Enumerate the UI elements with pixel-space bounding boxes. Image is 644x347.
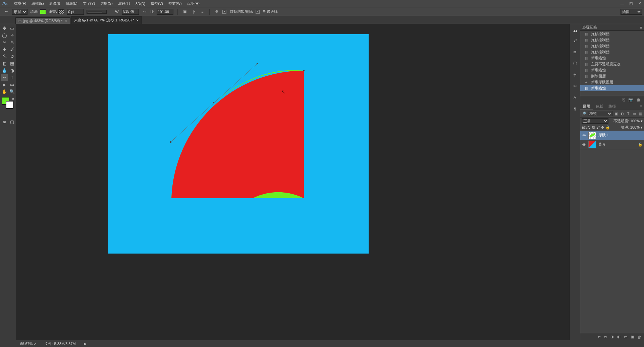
brush-preset-icon[interactable]: 🖌 xyxy=(572,37,578,44)
lasso-tool[interactable]: ◯ xyxy=(1,32,8,39)
tool-preset-icon[interactable]: ✂ xyxy=(572,83,578,89)
link-wh-icon[interactable]: ⇔ xyxy=(142,9,148,15)
filter-smart-icon[interactable]: ▦ xyxy=(638,111,643,116)
menu-type[interactable]: 文字(Y) xyxy=(80,1,98,6)
layer-filter-select[interactable]: 種類 xyxy=(588,111,612,116)
gradient-tool[interactable]: ▦ xyxy=(8,60,16,67)
paragraph-panel-icon[interactable]: ¶ xyxy=(572,106,578,112)
heal-tool[interactable]: ✚ xyxy=(1,46,8,53)
fill-swatch[interactable] xyxy=(40,9,46,14)
panel-menu-icon[interactable]: ≡ xyxy=(640,25,642,29)
background-color[interactable] xyxy=(6,101,13,109)
gear-icon[interactable]: ⚙ xyxy=(214,9,220,15)
crop-tool[interactable]: ✂ xyxy=(1,39,8,46)
new-layer-icon[interactable]: ▣ xyxy=(631,335,634,339)
shape-tool[interactable]: ▭ xyxy=(8,81,16,88)
fx-icon[interactable]: fx xyxy=(604,335,607,339)
document-canvas[interactable]: ↖ xyxy=(108,34,369,254)
stroke-width-input[interactable] xyxy=(67,9,84,15)
path-align-icon[interactable]: ╞ xyxy=(191,9,197,15)
menu-file[interactable]: 檔案(F) xyxy=(11,1,29,6)
history-panel-header[interactable]: 步驟記錄 ≡ xyxy=(580,24,644,31)
zoom-level[interactable]: 66.67% ⤢ xyxy=(20,342,37,346)
quick-mask-icon[interactable]: ◙ xyxy=(1,118,8,125)
lock-icon[interactable]: 🔒 xyxy=(638,142,643,147)
menu-3d[interactable]: 3D(D) xyxy=(133,2,148,6)
blend-mode-select[interactable]: 正常 xyxy=(582,118,608,124)
trash-icon[interactable]: 🗑 xyxy=(638,335,641,339)
history-item[interactable]: ▤拖移控制點 xyxy=(580,37,644,43)
history-item[interactable]: ✒新增形狀圖層 xyxy=(580,79,644,85)
link-layers-icon[interactable]: ⇔ xyxy=(598,335,601,339)
window-minimize-icon[interactable]: — xyxy=(618,0,627,7)
path-combine-icon[interactable]: ▣ xyxy=(182,9,188,15)
height-input[interactable] xyxy=(157,9,173,15)
layer-item[interactable]: 👁 形狀 1 xyxy=(580,131,644,140)
visibility-icon[interactable]: 👁 xyxy=(582,133,586,137)
eraser-tool[interactable]: ◧ xyxy=(1,60,8,67)
create-doc-icon[interactable]: ⎘ xyxy=(623,97,625,102)
window-maximize-icon[interactable]: ◱ xyxy=(627,0,635,7)
history-brush-tool[interactable]: ↺ xyxy=(8,53,16,60)
lock-move-icon[interactable]: ✥ xyxy=(601,125,604,130)
eyedropper-tool[interactable]: ✎ xyxy=(8,39,16,46)
stroke-style-select[interactable] xyxy=(87,10,107,14)
workspace-select[interactable]: 繪圖 xyxy=(621,9,642,15)
history-item[interactable]: ▤新增錨點 xyxy=(580,85,644,91)
lock-transparent-icon[interactable]: ▧ xyxy=(591,125,595,130)
brush-tool[interactable]: 🖌 xyxy=(8,46,16,53)
close-icon[interactable]: ✕ xyxy=(136,19,139,22)
history-item[interactable]: ▤拖移控制點 xyxy=(580,49,644,55)
lock-paint-icon[interactable]: 🖌 xyxy=(596,126,600,130)
document-tab[interactable]: 未命名-1 @ 66.7% (形狀 1, RGB/8) * ✕ xyxy=(71,16,142,24)
clone-source-icon[interactable]: ⧉ xyxy=(572,49,578,55)
pen-tool-icon[interactable]: ✒ xyxy=(3,9,9,15)
menu-layer[interactable]: 圖層(L) xyxy=(63,1,80,6)
status-menu-icon[interactable]: ▶ xyxy=(84,342,87,346)
layer-thumbnail[interactable] xyxy=(588,141,596,148)
width-input[interactable] xyxy=(122,9,139,15)
history-item[interactable]: ▤拖移控制點 xyxy=(580,31,644,37)
menu-select[interactable]: 選取(S) xyxy=(98,1,115,6)
menu-edit[interactable]: 編輯(E) xyxy=(29,1,47,6)
layer-item[interactable]: 👁 背景 🔒 xyxy=(580,140,644,149)
trash-icon[interactable]: 🗑 xyxy=(637,97,641,102)
stroke-swatch[interactable] xyxy=(58,9,64,14)
close-icon[interactable]: ✕ xyxy=(65,19,67,22)
panel-menu-icon[interactable]: ≡ xyxy=(637,103,644,110)
menu-view[interactable]: 檢視(V) xyxy=(148,1,166,6)
filter-type-icon[interactable]: T xyxy=(626,111,631,116)
dodge-tool[interactable]: ◑ xyxy=(8,67,16,74)
window-close-icon[interactable]: ✕ xyxy=(635,0,644,7)
history-item[interactable]: ▤新增錨點 xyxy=(580,55,644,61)
expand-panels-icon[interactable]: ◀◀ xyxy=(573,29,577,32)
visibility-icon[interactable]: 👁 xyxy=(582,143,586,147)
move-tool[interactable]: ✥ xyxy=(1,25,8,31)
tab-channels[interactable]: 色版 xyxy=(593,103,606,110)
history-item[interactable]: ▤刪除圖層 xyxy=(580,73,644,79)
document-tab[interactable]: ml.jpg @ 483% (RGB/8#) * ✕ xyxy=(15,17,70,24)
history-item[interactable]: ▤拖移控制點 xyxy=(580,43,644,49)
adjustment-icon[interactable]: ◐ xyxy=(617,335,621,339)
filter-shape-icon[interactable]: ▭ xyxy=(632,111,637,116)
auto-add-delete-checkbox[interactable] xyxy=(222,10,226,14)
doc-size[interactable]: 文件: 5.33M/3.37M xyxy=(45,341,75,346)
tab-layers[interactable]: 圖層 xyxy=(580,103,593,110)
align-edges-checkbox[interactable] xyxy=(256,10,260,14)
align-panel-icon[interactable]: ╪ xyxy=(572,71,578,78)
layer-name[interactable]: 背景 xyxy=(598,142,606,147)
screen-mode-icon[interactable]: ▢ xyxy=(8,118,16,125)
pen-tool[interactable]: ✒ xyxy=(1,74,8,81)
info-panel-icon[interactable]: ⓘ xyxy=(572,60,578,67)
canvas-area[interactable]: ↖ xyxy=(17,24,570,340)
filter-image-icon[interactable]: ▣ xyxy=(614,111,619,116)
history-item[interactable]: ▤新增錨點 xyxy=(580,67,644,73)
blur-tool[interactable]: 💧 xyxy=(1,67,8,74)
marquee-tool[interactable]: ▭ xyxy=(8,25,16,31)
swap-colors-icon[interactable]: ⤭ xyxy=(12,97,14,101)
zoom-tool[interactable]: 🔍 xyxy=(8,88,16,95)
menu-window[interactable]: 視窗(W) xyxy=(166,1,184,6)
hand-tool[interactable]: ✋ xyxy=(1,88,8,95)
magic-wand-tool[interactable]: ✧ xyxy=(8,32,16,39)
history-item[interactable]: ▤主要不透明度更改 xyxy=(580,61,644,67)
